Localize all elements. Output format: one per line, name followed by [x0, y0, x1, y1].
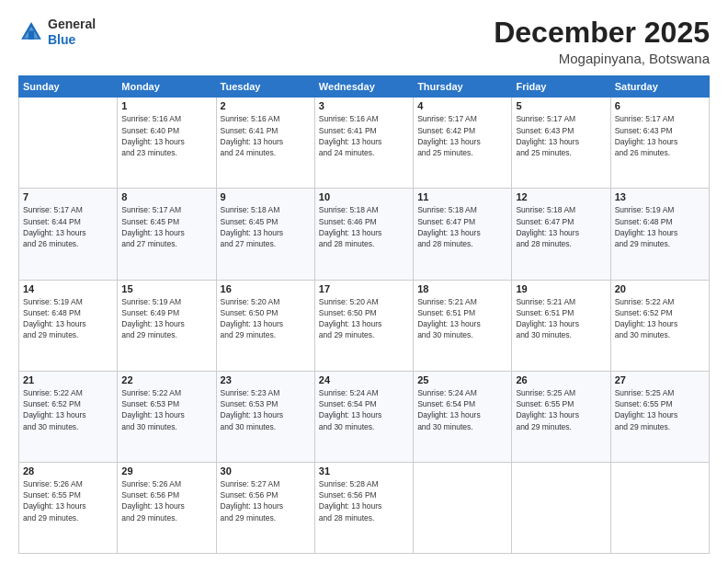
- weekday-header: Monday: [118, 76, 216, 98]
- month-title: December 2025: [494, 17, 710, 49]
- day-info: Sunrise: 5:17 AM Sunset: 6:44 PM Dayligh…: [23, 204, 113, 249]
- day-number: 22: [121, 374, 211, 385]
- day-number: 16: [221, 283, 311, 294]
- calendar-cell: 17Sunrise: 5:20 AM Sunset: 6:50 PM Dayli…: [314, 280, 413, 371]
- svg-rect-2: [28, 30, 34, 39]
- calendar-header-row: SundayMondayTuesdayWednesdayThursdayFrid…: [19, 76, 710, 98]
- day-info: Sunrise: 5:21 AM Sunset: 6:51 PM Dayligh…: [417, 296, 507, 341]
- weekday-header: Saturday: [610, 76, 709, 98]
- calendar-cell: 27Sunrise: 5:25 AM Sunset: 6:55 PM Dayli…: [610, 371, 709, 462]
- day-info: Sunrise: 5:24 AM Sunset: 6:54 PM Dayligh…: [417, 387, 507, 432]
- day-info: Sunrise: 5:25 AM Sunset: 6:55 PM Dayligh…: [516, 387, 606, 432]
- day-number: 6: [615, 100, 705, 111]
- day-info: Sunrise: 5:17 AM Sunset: 6:45 PM Dayligh…: [121, 204, 211, 249]
- logo-general-text: General: [48, 17, 96, 31]
- calendar-cell: 4Sunrise: 5:17 AM Sunset: 6:42 PM Daylig…: [414, 98, 512, 189]
- calendar-cell: 24Sunrise: 5:24 AM Sunset: 6:54 PM Dayli…: [314, 371, 413, 462]
- calendar-cell: 2Sunrise: 5:16 AM Sunset: 6:41 PM Daylig…: [216, 98, 314, 189]
- calendar-cell: [414, 462, 512, 553]
- day-number: 5: [516, 100, 606, 111]
- day-info: Sunrise: 5:26 AM Sunset: 6:55 PM Dayligh…: [23, 478, 113, 523]
- day-info: Sunrise: 5:16 AM Sunset: 6:40 PM Dayligh…: [121, 113, 211, 158]
- calendar-cell: 6Sunrise: 5:17 AM Sunset: 6:43 PM Daylig…: [610, 98, 709, 189]
- day-info: Sunrise: 5:18 AM Sunset: 6:47 PM Dayligh…: [417, 204, 507, 249]
- day-info: Sunrise: 5:27 AM Sunset: 6:56 PM Dayligh…: [221, 478, 311, 523]
- calendar-cell: [512, 462, 610, 553]
- day-number: 27: [615, 374, 705, 385]
- calendar-cell: 1Sunrise: 5:16 AM Sunset: 6:40 PM Daylig…: [118, 98, 216, 189]
- logo-blue-text: Blue: [48, 32, 75, 47]
- calendar-cell: 30Sunrise: 5:27 AM Sunset: 6:56 PM Dayli…: [216, 462, 314, 553]
- calendar-table: SundayMondayTuesdayWednesdayThursdayFrid…: [18, 75, 710, 554]
- day-info: Sunrise: 5:16 AM Sunset: 6:41 PM Dayligh…: [221, 113, 311, 158]
- day-number: 14: [23, 283, 113, 294]
- day-info: Sunrise: 5:19 AM Sunset: 6:48 PM Dayligh…: [615, 204, 705, 249]
- calendar-cell: 15Sunrise: 5:19 AM Sunset: 6:49 PM Dayli…: [118, 280, 216, 371]
- day-info: Sunrise: 5:17 AM Sunset: 6:43 PM Dayligh…: [615, 113, 705, 158]
- day-number: 31: [319, 465, 409, 477]
- calendar-cell: 13Sunrise: 5:19 AM Sunset: 6:48 PM Dayli…: [610, 189, 709, 280]
- day-info: Sunrise: 5:28 AM Sunset: 6:56 PM Dayligh…: [319, 478, 409, 523]
- weekday-header: Friday: [512, 76, 610, 98]
- day-number: 23: [221, 374, 311, 385]
- calendar-cell: [610, 462, 709, 553]
- day-number: 25: [417, 374, 507, 385]
- day-info: Sunrise: 5:18 AM Sunset: 6:46 PM Dayligh…: [319, 204, 409, 249]
- day-info: Sunrise: 5:18 AM Sunset: 6:47 PM Dayligh…: [516, 204, 606, 249]
- calendar-cell: 20Sunrise: 5:22 AM Sunset: 6:52 PM Dayli…: [610, 280, 709, 371]
- day-info: Sunrise: 5:20 AM Sunset: 6:50 PM Dayligh…: [319, 296, 409, 341]
- day-number: 29: [121, 465, 211, 477]
- calendar-cell: 19Sunrise: 5:21 AM Sunset: 6:51 PM Dayli…: [512, 280, 610, 371]
- day-number: 1: [121, 100, 211, 111]
- day-number: 15: [121, 283, 211, 294]
- day-number: 4: [417, 100, 507, 111]
- title-block: December 2025 Mogapinyana, Botswana: [494, 17, 710, 66]
- day-info: Sunrise: 5:25 AM Sunset: 6:55 PM Dayligh…: [615, 387, 705, 432]
- day-info: Sunrise: 5:22 AM Sunset: 6:52 PM Dayligh…: [23, 387, 113, 432]
- calendar-cell: 14Sunrise: 5:19 AM Sunset: 6:48 PM Dayli…: [19, 280, 118, 371]
- calendar-cell: 9Sunrise: 5:18 AM Sunset: 6:45 PM Daylig…: [216, 189, 314, 280]
- calendar-week-row: 1Sunrise: 5:16 AM Sunset: 6:40 PM Daylig…: [19, 98, 710, 189]
- page: General Blue December 2025 Mogapinyana, …: [0, 0, 728, 563]
- calendar-cell: 10Sunrise: 5:18 AM Sunset: 6:46 PM Dayli…: [314, 189, 413, 280]
- day-info: Sunrise: 5:22 AM Sunset: 6:52 PM Dayligh…: [615, 296, 705, 341]
- header: General Blue December 2025 Mogapinyana, …: [18, 17, 710, 66]
- day-number: 21: [23, 374, 113, 385]
- day-number: 7: [23, 191, 113, 202]
- calendar-cell: 7Sunrise: 5:17 AM Sunset: 6:44 PM Daylig…: [19, 189, 118, 280]
- day-number: 2: [221, 100, 311, 111]
- day-info: Sunrise: 5:21 AM Sunset: 6:51 PM Dayligh…: [516, 296, 606, 341]
- calendar-cell: 16Sunrise: 5:20 AM Sunset: 6:50 PM Dayli…: [216, 280, 314, 371]
- calendar-cell: 28Sunrise: 5:26 AM Sunset: 6:55 PM Dayli…: [19, 462, 118, 553]
- day-number: 18: [417, 283, 507, 294]
- calendar-cell: 5Sunrise: 5:17 AM Sunset: 6:43 PM Daylig…: [512, 98, 610, 189]
- calendar-cell: 18Sunrise: 5:21 AM Sunset: 6:51 PM Dayli…: [414, 280, 512, 371]
- day-number: 30: [221, 465, 311, 477]
- weekday-header: Wednesday: [314, 76, 413, 98]
- calendar-cell: [19, 98, 118, 189]
- day-number: 19: [516, 283, 606, 294]
- day-info: Sunrise: 5:24 AM Sunset: 6:54 PM Dayligh…: [319, 387, 409, 432]
- day-info: Sunrise: 5:18 AM Sunset: 6:45 PM Dayligh…: [221, 204, 311, 249]
- calendar-week-row: 28Sunrise: 5:26 AM Sunset: 6:55 PM Dayli…: [19, 462, 710, 553]
- weekday-header: Thursday: [414, 76, 512, 98]
- day-number: 17: [319, 283, 409, 294]
- day-number: 24: [319, 374, 409, 385]
- logo-icon: [18, 19, 44, 45]
- day-number: 3: [319, 100, 409, 111]
- calendar-cell: 11Sunrise: 5:18 AM Sunset: 6:47 PM Dayli…: [414, 189, 512, 280]
- location: Mogapinyana, Botswana: [494, 51, 710, 66]
- calendar-cell: 21Sunrise: 5:22 AM Sunset: 6:52 PM Dayli…: [19, 371, 118, 462]
- day-number: 13: [615, 191, 705, 202]
- logo: General Blue: [18, 17, 96, 48]
- calendar-week-row: 7Sunrise: 5:17 AM Sunset: 6:44 PM Daylig…: [19, 189, 710, 280]
- calendar-cell: 25Sunrise: 5:24 AM Sunset: 6:54 PM Dayli…: [414, 371, 512, 462]
- day-number: 9: [221, 191, 311, 202]
- logo-text: General Blue: [48, 17, 96, 48]
- calendar-cell: 3Sunrise: 5:16 AM Sunset: 6:41 PM Daylig…: [314, 98, 413, 189]
- calendar-cell: 22Sunrise: 5:22 AM Sunset: 6:53 PM Dayli…: [118, 371, 216, 462]
- day-info: Sunrise: 5:16 AM Sunset: 6:41 PM Dayligh…: [319, 113, 409, 158]
- calendar-cell: 12Sunrise: 5:18 AM Sunset: 6:47 PM Dayli…: [512, 189, 610, 280]
- day-info: Sunrise: 5:19 AM Sunset: 6:49 PM Dayligh…: [121, 296, 211, 341]
- calendar-week-row: 14Sunrise: 5:19 AM Sunset: 6:48 PM Dayli…: [19, 280, 710, 371]
